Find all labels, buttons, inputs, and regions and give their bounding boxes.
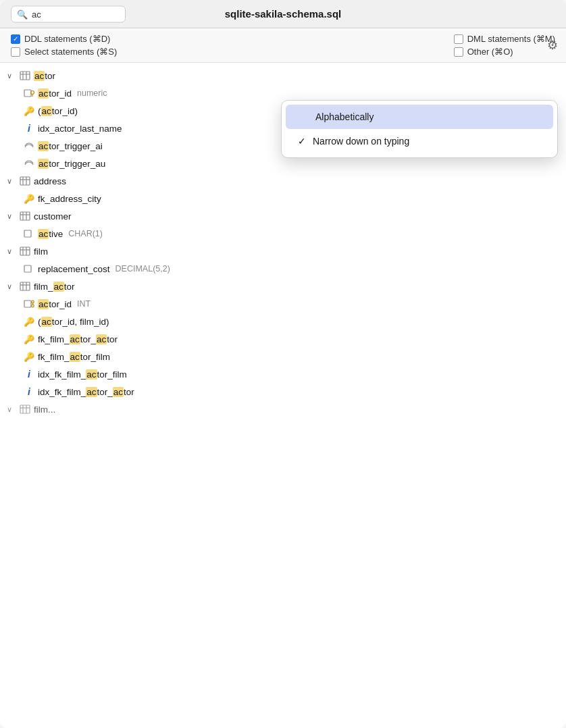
- svg-rect-15: [24, 230, 31, 237]
- item-name: (actor_id): [38, 106, 78, 116]
- dropdown-item-label: Alphabetically: [315, 111, 374, 122]
- column-icon: [23, 263, 35, 274]
- svg-rect-4: [24, 90, 31, 97]
- item-name: actor_id: [38, 88, 72, 99]
- toolbar: ✓ DDL statements (⌘D) Select statements …: [0, 28, 566, 63]
- table-icon: [19, 246, 31, 257]
- item-name: fk_film_actor_film: [38, 352, 110, 362]
- foreign-key-icon: 🔑: [23, 194, 35, 204]
- svg-rect-16: [20, 247, 30, 255]
- key-icon: 🔑: [23, 317, 35, 327]
- dropdown-item-label: Narrow down on typing: [313, 136, 409, 147]
- svg-rect-0: [20, 72, 30, 80]
- index-icon: i: [23, 386, 35, 397]
- tree-row[interactable]: 🔑 fk_address_city: [0, 190, 566, 207]
- dml-checkbox[interactable]: [454, 34, 463, 44]
- gear-button[interactable]: ⚙: [547, 38, 558, 53]
- svg-point-26: [32, 301, 34, 303]
- tree-row[interactable]: i idx_fk_film_actor_actor: [0, 383, 566, 400]
- tree-row[interactable]: replacement_cost DECIMAL(5,2): [0, 260, 566, 278]
- sort-dropdown: Alphabetically Narrow down on typing: [281, 100, 558, 158]
- item-name: address: [34, 176, 66, 186]
- table-icon: [19, 70, 31, 81]
- item-name: active: [38, 229, 63, 239]
- item-name: film: [34, 246, 48, 257]
- item-name: idx_fk_film_actor_film: [38, 369, 127, 380]
- key-icon: 🔑: [23, 106, 35, 116]
- ddl-label: DDL statements (⌘D): [24, 34, 110, 44]
- tree-row[interactable]: 🔑 fk_film_actor_film: [0, 348, 566, 365]
- tree-row[interactable]: actor_id INT: [0, 295, 566, 313]
- table-icon: [19, 211, 31, 222]
- chevron-icon: ∨: [7, 212, 16, 221]
- page-title: sqlite-sakila-schema.sql: [225, 8, 342, 20]
- tree-row[interactable]: i idx_fk_film_actor_film: [0, 365, 566, 383]
- svg-rect-7: [20, 177, 30, 185]
- tree-row[interactable]: active CHAR(1): [0, 225, 566, 242]
- column-pk-icon: [23, 88, 35, 99]
- item-name: customer: [34, 211, 72, 222]
- item-type: numeric: [77, 88, 107, 98]
- tree-row[interactable]: ∨ customer: [0, 207, 566, 225]
- item-name: idx_fk_film_actor_actor: [38, 387, 134, 397]
- item-name: film...: [34, 405, 55, 415]
- select-checkbox-row[interactable]: Select statements (⌘S): [11, 47, 117, 57]
- svg-rect-20: [24, 265, 31, 272]
- table-icon: [19, 404, 31, 415]
- dml-checkbox-row[interactable]: DML statements (⌘M): [454, 34, 555, 44]
- search-input[interactable]: [32, 9, 120, 19]
- item-name: fk_address_city: [38, 194, 101, 204]
- dml-label: DML statements (⌘M): [467, 34, 555, 44]
- chevron-icon: ∨: [7, 405, 16, 414]
- tree-row[interactable]: 🔑 (actor_id, film_id): [0, 313, 566, 330]
- foreign-key-icon: 🔑: [23, 352, 35, 362]
- trigger-icon: [23, 140, 35, 151]
- tree-row[interactable]: ∨ film_actor: [0, 278, 566, 295]
- toolbar-right: DML statements (⌘M) Other (⌘O): [454, 34, 555, 57]
- tree-row[interactable]: 🔑 fk_film_actor_actor: [0, 330, 566, 348]
- chevron-icon: ∨: [7, 247, 16, 256]
- select-label: Select statements (⌘S): [24, 47, 117, 57]
- item-name: fk_film_actor_actor: [38, 334, 118, 344]
- item-name: idx_actor_last_name: [38, 124, 122, 134]
- item-type: DECIMAL(5,2): [115, 264, 170, 274]
- chevron-icon: ∨: [7, 177, 16, 186]
- column-fk-icon: [23, 298, 35, 309]
- column-icon: [23, 228, 35, 239]
- search-bar[interactable]: 🔍: [11, 5, 126, 22]
- item-name: (actor_id, film_id): [38, 317, 109, 327]
- other-checkbox-row[interactable]: Other (⌘O): [454, 47, 513, 57]
- header: 🔍 sqlite-sakila-schema.sql: [0, 0, 566, 28]
- trigger-icon: [23, 158, 35, 169]
- table-icon: [19, 176, 31, 186]
- dropdown-item-narrow-down[interactable]: Narrow down on typing: [286, 129, 553, 153]
- item-name: film_actor: [34, 282, 75, 292]
- select-checkbox[interactable]: [11, 47, 20, 57]
- item-name: actor_id: [38, 299, 72, 309]
- ddl-checkbox[interactable]: ✓: [11, 34, 20, 44]
- item-name: replacement_cost: [38, 264, 110, 274]
- chevron-icon: ∨: [7, 282, 16, 291]
- item-name: actor_trigger_au: [38, 159, 105, 169]
- tree-row[interactable]: ∨ film: [0, 242, 566, 260]
- ddl-checkbox-row[interactable]: ✓ DDL statements (⌘D): [11, 34, 117, 44]
- other-checkbox[interactable]: [454, 47, 463, 57]
- app-window: 🔍 sqlite-sakila-schema.sql ✓ DDL stateme…: [0, 0, 566, 728]
- item-type: CHAR(1): [68, 229, 103, 238]
- item-name: actor: [34, 71, 55, 81]
- svg-rect-11: [20, 212, 30, 220]
- tree-row[interactable]: ∨ actor: [0, 67, 566, 84]
- item-name: actor_trigger_ai: [38, 141, 103, 151]
- svg-rect-21: [20, 282, 30, 290]
- tree-row[interactable]: ∨ film...: [0, 400, 566, 418]
- index-icon: i: [23, 123, 35, 134]
- other-label: Other (⌘O): [467, 47, 513, 57]
- item-type: INT: [77, 299, 91, 309]
- toolbar-left: ✓ DDL statements (⌘D) Select statements …: [11, 34, 117, 57]
- svg-point-27: [32, 305, 34, 307]
- tree-row[interactable]: ∨ address: [0, 172, 566, 190]
- svg-rect-25: [24, 301, 31, 307]
- index-icon: i: [23, 369, 35, 380]
- search-icon: 🔍: [17, 9, 28, 19]
- dropdown-item-alphabetically[interactable]: Alphabetically: [286, 105, 553, 129]
